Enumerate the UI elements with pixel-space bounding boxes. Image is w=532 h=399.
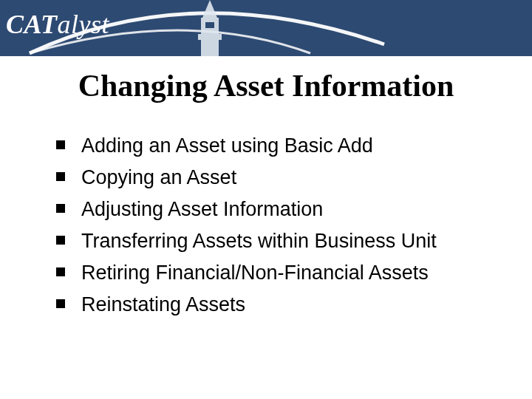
bullet-text: Reinstating Assets: [81, 292, 245, 318]
bullet-icon: [56, 140, 65, 149]
logo-text-cat: CAT: [6, 10, 58, 39]
logo-text-alyst: alyst: [58, 10, 110, 39]
bullet-icon: [56, 299, 65, 308]
slide: CATalyst Changing Asset Information Addi…: [0, 0, 532, 399]
bullet-text: Retiring Financial/Non-Financial Assets: [81, 260, 429, 286]
bullet-text: Copying an Asset: [81, 165, 236, 191]
bullet-icon: [56, 172, 65, 181]
list-item: Adjusting Asset Information: [56, 197, 502, 222]
bullet-text: Transferring Assets within Business Unit: [81, 228, 437, 254]
bullet-icon: [56, 204, 65, 213]
list-item: Transferring Assets within Business Unit: [56, 228, 502, 254]
list-item: Copying an Asset: [56, 165, 502, 191]
list-item: Adding an Asset using Basic Add: [56, 133, 502, 159]
list-item: Reinstating Assets: [56, 292, 502, 318]
bullet-icon: [56, 267, 65, 276]
logo: CATalyst: [6, 9, 109, 40]
bullet-list: Adding an Asset using Basic Add Copying …: [56, 133, 502, 324]
slide-title: Changing Asset Information: [0, 68, 532, 103]
bullet-text: Adjusting Asset Information: [81, 197, 323, 222]
header-band: CATalyst: [0, 0, 532, 56]
list-item: Retiring Financial/Non-Financial Assets: [56, 260, 502, 286]
bullet-text: Adding an Asset using Basic Add: [81, 133, 373, 159]
svg-marker-2: [202, 0, 217, 18]
bullet-icon: [56, 236, 65, 245]
svg-rect-3: [205, 22, 214, 28]
svg-rect-1: [198, 34, 222, 40]
svg-rect-0: [201, 18, 219, 56]
